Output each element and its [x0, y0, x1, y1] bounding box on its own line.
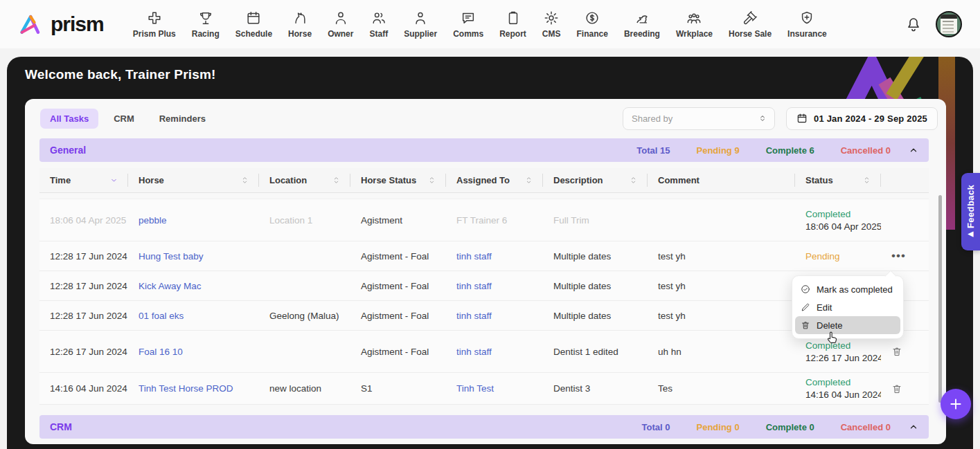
sort-desc-icon[interactable]	[109, 176, 118, 185]
table-scrollbar[interactable]	[938, 195, 942, 403]
dashboard-banner: Welcome back, Trainer Prism! All Tasks C…	[7, 57, 973, 449]
top-nav: prism Prism Plus Racing Schedule Horse O…	[0, 0, 980, 48]
nav-item-owner[interactable]: Owner	[328, 10, 353, 39]
welcome-heading: Welcome back, Trainer Prism!	[25, 67, 216, 82]
add-task-fab[interactable]	[941, 389, 971, 419]
col-comment[interactable]: Comment	[648, 168, 795, 192]
menu-item-delete[interactable]: Delete	[795, 316, 900, 334]
assignee-link[interactable]: Tinh Test	[446, 373, 543, 404]
nav-item-finance[interactable]: Finance	[577, 10, 608, 39]
nav-item-insurance[interactable]: Insurance	[787, 10, 827, 39]
assignee-link[interactable]: tinh staff	[446, 271, 543, 300]
col-horse[interactable]: Horse	[128, 168, 259, 192]
filters: Shared by 01 Jan 2024 - 29 Sep 2025	[623, 107, 938, 130]
sort-icon[interactable]	[427, 176, 436, 185]
collapse-chevron-icon[interactable]	[909, 145, 918, 155]
assignee-link[interactable]: tinh staff	[446, 301, 543, 330]
section-crm-header[interactable]: CRM Total 0 Pending 0 Complete 0 Cancell…	[39, 415, 929, 439]
plus-icon	[949, 397, 963, 411]
horse-link[interactable]: 01 foal eks	[128, 301, 259, 330]
total-badge: Total 0	[642, 422, 670, 432]
nav-item-report[interactable]: Report	[499, 10, 526, 39]
row-context-menu: Mark as completed Edit Delete	[792, 275, 904, 339]
trash-icon	[801, 320, 810, 330]
col-description[interactable]: Description	[543, 168, 648, 192]
section-stats: Total 15 Pending 9 Complete 6 Cancelled …	[636, 145, 891, 156]
sort-icon[interactable]	[240, 176, 249, 185]
calendar-icon	[796, 113, 808, 124]
user-avatar[interactable]	[936, 11, 962, 37]
nav-item-wrkplace[interactable]: Wrkplace	[676, 10, 713, 39]
sort-icon[interactable]	[524, 176, 533, 185]
delete-row-button[interactable]	[891, 383, 902, 394]
nav-item-racing[interactable]: Racing	[192, 10, 220, 39]
nav-item-cms[interactable]: CMS	[542, 10, 561, 39]
tab-reminders[interactable]: Reminders	[150, 109, 215, 129]
sort-icon[interactable]	[629, 176, 638, 185]
section-general-header[interactable]: General Total 15 Pending 9 Complete 6 Ca…	[39, 138, 929, 162]
date-range-picker[interactable]: 01 Jan 2024 - 29 Sep 2025	[786, 107, 938, 130]
gear-icon	[544, 10, 559, 26]
horse-link[interactable]: Foal 16 10	[128, 331, 259, 372]
nav-item-horse-sale[interactable]: Horse Sale	[729, 10, 772, 39]
horse-link[interactable]: Tinh Test Horse PROD	[128, 373, 259, 404]
horse-link[interactable]: Hung Test baby	[128, 241, 259, 271]
feedback-button[interactable]: ▶ Feedback	[961, 173, 980, 250]
table-row: 14:16 04 Jun 2024 Tinh Test Horse PROD n…	[39, 373, 929, 405]
clipboard-icon	[506, 10, 521, 26]
date-range-value: 01 Jan 2024 - 29 Sep 2025	[814, 113, 927, 124]
delete-row-button[interactable]	[891, 346, 902, 357]
notifications-bell-icon[interactable]	[905, 16, 922, 33]
nav-item-supplier[interactable]: Supplier	[404, 10, 437, 39]
chevron-updown-icon	[758, 113, 767, 123]
complete-badge: Complete 0	[766, 422, 814, 432]
nav-item-staff[interactable]: Staff	[369, 10, 388, 39]
assignee-link[interactable]: tinh staff	[446, 241, 543, 271]
col-time[interactable]: Time	[39, 168, 128, 192]
nav-item-breeding[interactable]: Breeding	[624, 10, 660, 39]
sort-icon[interactable]	[862, 176, 871, 185]
col-actions	[881, 168, 929, 192]
trophy-icon	[198, 10, 213, 26]
assignee-link[interactable]: tinh staff	[446, 331, 543, 372]
col-status[interactable]: Status	[795, 168, 881, 192]
check-circle-icon	[801, 284, 810, 294]
people-icon	[371, 10, 386, 26]
status-cell: Pending	[795, 241, 881, 271]
menu-item-mark-completed[interactable]: Mark as completed	[795, 280, 900, 298]
table-header: Time Horse Location Horse Status Assigne…	[39, 168, 929, 193]
chat-bubble-icon	[461, 10, 476, 26]
tab-all-tasks[interactable]: All Tasks	[40, 109, 98, 129]
total-badge: Total 15	[636, 145, 670, 156]
row-actions-menu-button[interactable]: •••	[891, 253, 906, 259]
horse-link[interactable]: pebble	[128, 199, 259, 241]
dollar-coin-icon	[585, 10, 600, 26]
horse-link[interactable]: Kick Away Mac	[128, 271, 259, 300]
shared-by-select[interactable]: Shared by	[623, 107, 775, 130]
sort-icon[interactable]	[332, 176, 341, 185]
horse-head-icon	[292, 10, 308, 26]
nav-item-schedule[interactable]: Schedule	[235, 10, 272, 39]
col-location[interactable]: Location	[259, 168, 350, 192]
brand-logo[interactable]: prism	[18, 12, 104, 37]
table-row: 12:28 17 Jun 2024 Hung Test baby Agistme…	[39, 241, 929, 271]
feedback-label: Feedback	[965, 185, 976, 228]
nav-item-horse[interactable]: Horse	[288, 10, 312, 39]
status-cell: Completed 14:16 04 Jun 2024	[795, 373, 881, 404]
tab-crm[interactable]: CRM	[104, 109, 144, 129]
col-horse-status[interactable]: Horse Status	[350, 168, 446, 192]
nav-right	[905, 11, 962, 37]
horse-icon	[634, 10, 650, 26]
menu-item-edit[interactable]: Edit	[795, 298, 900, 316]
main-nav: Prism Plus Racing Schedule Horse Owner S…	[133, 10, 827, 39]
col-assigned-to[interactable]: Assigned To	[446, 168, 543, 192]
complete-badge: Complete 6	[766, 145, 814, 156]
shield-plus-icon	[799, 10, 814, 26]
nav-item-prism-plus[interactable]: Prism Plus	[133, 10, 176, 39]
nav-item-comms[interactable]: Comms	[453, 10, 483, 39]
brand-name: prism	[51, 12, 104, 36]
cancelled-badge: Cancelled 0	[841, 422, 891, 432]
collapse-chevron-icon[interactable]	[909, 422, 918, 432]
pencil-icon	[801, 302, 810, 312]
section-title: CRM	[50, 421, 72, 432]
